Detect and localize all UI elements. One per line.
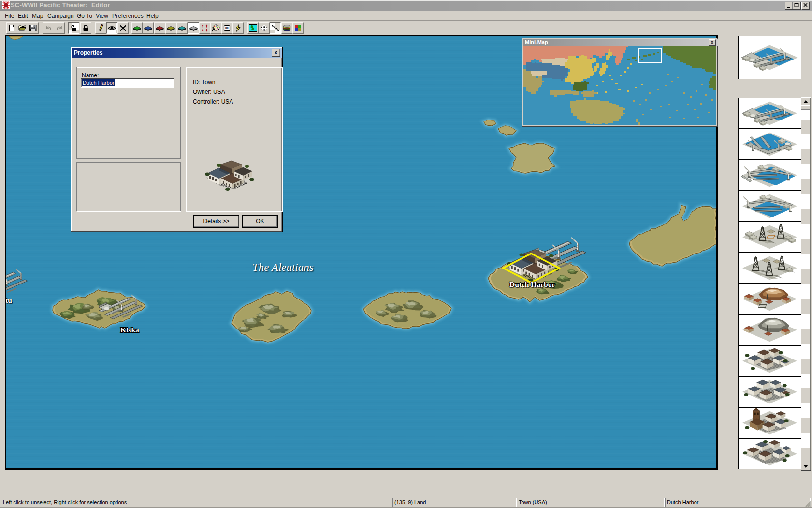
svg-text:tu: tu	[6, 296, 12, 304]
svg-text:Kiska: Kiska	[120, 326, 139, 334]
svg-text:Dutch Harbor: Dutch Harbor	[509, 280, 555, 288]
svg-text:xx: xx	[225, 26, 229, 29]
